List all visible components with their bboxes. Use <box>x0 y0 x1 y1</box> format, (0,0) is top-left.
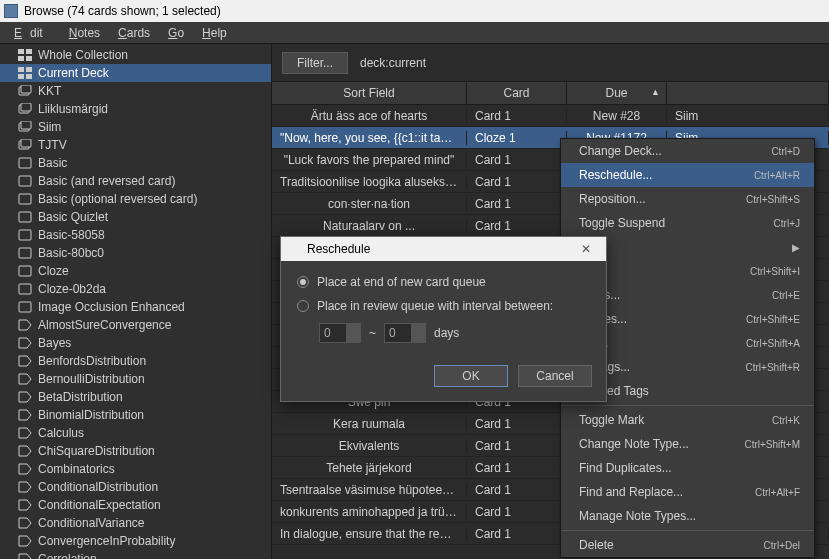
svg-rect-24 <box>19 302 31 312</box>
sidebar-item[interactable]: ConditionalVariance <box>0 514 271 532</box>
sidebar-item[interactable]: ConditionalExpectation <box>0 496 271 514</box>
svg-rect-5 <box>26 67 32 72</box>
label-icon <box>18 337 32 349</box>
cancel-button[interactable]: Cancel <box>518 365 592 387</box>
radio-interval[interactable] <box>297 300 309 312</box>
sidebar-item[interactable]: Basic-80bc0 <box>0 244 271 262</box>
dialog-titlebar[interactable]: Reschedule ✕ <box>281 237 606 261</box>
menu-item-shortcut: ▶ <box>792 242 800 253</box>
sidebar-item[interactable]: Basic-58058 <box>0 226 271 244</box>
sidebar-item[interactable]: Liiklusmärgid <box>0 100 271 118</box>
tag-icon <box>18 229 32 241</box>
sidebar-item[interactable]: Correlation <box>0 550 271 559</box>
deck-icon <box>18 85 32 97</box>
menu-edit[interactable]: Edit <box>6 24 59 42</box>
sidebar-item[interactable]: Basic Quizlet <box>0 208 271 226</box>
context-menu-item[interactable]: Change Deck...Ctrl+D <box>561 139 814 163</box>
menu-item-label: Change Deck... <box>579 144 662 158</box>
sidebar-item[interactable]: BetaDistribution <box>0 388 271 406</box>
cell-card: Card 1 <box>467 439 567 453</box>
col-deck[interactable] <box>667 82 829 104</box>
menu-cards[interactable]: Cards <box>110 24 158 42</box>
context-menu-item[interactable]: Manage Note Types... <box>561 504 814 528</box>
context-menu-item[interactable]: Toggle MarkCtrl+K <box>561 408 814 432</box>
sidebar-item[interactable]: Whole Collection <box>0 46 271 64</box>
svg-rect-18 <box>19 194 31 204</box>
context-menu-item[interactable]: Reposition...Ctrl+Shift+S <box>561 187 814 211</box>
dialog-title: Reschedule <box>307 242 370 256</box>
tag-icon <box>18 283 32 295</box>
sidebar-item[interactable]: TJTV <box>0 136 271 154</box>
sidebar-item[interactable]: Basic <box>0 154 271 172</box>
search-text[interactable]: deck:current <box>360 56 426 70</box>
sidebar-item-label: Basic <box>38 156 67 170</box>
radio-label-2: Place in review queue with interval betw… <box>317 299 553 313</box>
menu-item-shortcut: Ctrl+Del <box>764 540 800 551</box>
sidebar[interactable]: Whole CollectionCurrent DeckKKTLiiklusmä… <box>0 44 272 559</box>
col-card[interactable]: Card <box>467 82 567 104</box>
col-sort-field[interactable]: Sort Field <box>272 82 467 104</box>
svg-rect-4 <box>18 67 24 72</box>
svg-rect-7 <box>26 74 32 79</box>
sidebar-item-label: Current Deck <box>38 66 109 80</box>
label-icon <box>18 409 32 421</box>
close-icon[interactable]: ✕ <box>572 240 600 258</box>
context-menu-item[interactable]: DeleteCtrl+Del <box>561 533 814 557</box>
menubar: Edit Notes Cards Go Help <box>0 22 829 44</box>
table-row[interactable]: Ärtu äss ace of heartsCard 1New #28Siim <box>272 105 829 127</box>
cell-deck: Siim <box>667 109 829 123</box>
window-title: Browse (74 cards shown; 1 selected) <box>24 4 221 18</box>
cell-sort: "Luck favors the prepared mind" <box>272 153 467 167</box>
menu-go[interactable]: Go <box>160 24 192 42</box>
sidebar-item[interactable]: Basic (optional reversed card) <box>0 190 271 208</box>
sidebar-item[interactable]: Basic (and reversed card) <box>0 172 271 190</box>
svg-rect-2 <box>18 56 24 61</box>
context-menu-item[interactable]: Change Note Type...Ctrl+Shift+M <box>561 432 814 456</box>
context-menu-item[interactable]: Reschedule...Ctrl+Alt+R <box>561 163 814 187</box>
interval-from-input[interactable]: 0 <box>319 323 361 343</box>
sidebar-item[interactable]: Cloze-0b2da <box>0 280 271 298</box>
sidebar-item[interactable]: BinomialDistribution <box>0 406 271 424</box>
cell-card: Cloze 1 <box>467 131 567 145</box>
sidebar-item[interactable]: BernoulliDistribution <box>0 370 271 388</box>
sidebar-item[interactable]: Image Occlusion Enhanced <box>0 298 271 316</box>
menu-item-label: Find Duplicates... <box>579 461 672 475</box>
sidebar-item[interactable]: ConvergenceInProbability <box>0 532 271 550</box>
sidebar-item-label: ConditionalExpectation <box>38 498 161 512</box>
menu-item-shortcut: Ctrl+J <box>774 218 800 229</box>
context-menu-item[interactable]: Find and Replace...Ctrl+Alt+F <box>561 480 814 504</box>
menu-item-shortcut: Ctrl+Shift+S <box>746 194 800 205</box>
ok-button[interactable]: OK <box>434 365 508 387</box>
context-menu-item[interactable]: Toggle SuspendCtrl+J <box>561 211 814 235</box>
menu-item-shortcut: Ctrl+D <box>771 146 800 157</box>
sidebar-item[interactable]: Cloze <box>0 262 271 280</box>
radio-end-of-queue[interactable] <box>297 276 309 288</box>
col-due[interactable]: Due▲ <box>567 82 667 104</box>
sidebar-item[interactable]: Bayes <box>0 334 271 352</box>
sidebar-item-label: Combinatorics <box>38 462 115 476</box>
sidebar-item[interactable]: Combinatorics <box>0 460 271 478</box>
menu-help[interactable]: Help <box>194 24 235 42</box>
sidebar-item[interactable]: KKT <box>0 82 271 100</box>
sidebar-item[interactable]: Siim <box>0 118 271 136</box>
sidebar-item[interactable]: Current Deck <box>0 64 271 82</box>
cell-sort: In dialogue, ensure that the reade... <box>272 527 467 541</box>
sidebar-item[interactable]: BenfordsDistribution <box>0 352 271 370</box>
menu-item-shortcut: Ctrl+Alt+R <box>754 170 800 181</box>
tag-icon <box>18 211 32 223</box>
sidebar-item-label: Image Occlusion Enhanced <box>38 300 185 314</box>
deck-icon <box>18 103 32 115</box>
svg-rect-1 <box>26 49 32 54</box>
sidebar-item[interactable]: ChiSquareDistribution <box>0 442 271 460</box>
interval-to-input[interactable]: 0 <box>384 323 426 343</box>
context-menu-item[interactable]: Find Duplicates... <box>561 456 814 480</box>
menu-notes[interactable]: Notes <box>61 24 108 42</box>
label-icon <box>18 481 32 493</box>
cell-sort: Kera ruumala <box>272 417 467 431</box>
filter-button[interactable]: Filter... <box>282 52 348 74</box>
sidebar-item[interactable]: AlmostSureConvergence <box>0 316 271 334</box>
sidebar-item[interactable]: ConditionalDistribution <box>0 478 271 496</box>
toolbar: Filter... deck:current <box>272 44 829 82</box>
sidebar-item[interactable]: Calculus <box>0 424 271 442</box>
cell-sort: Naturaalarv on ... <box>272 219 467 233</box>
